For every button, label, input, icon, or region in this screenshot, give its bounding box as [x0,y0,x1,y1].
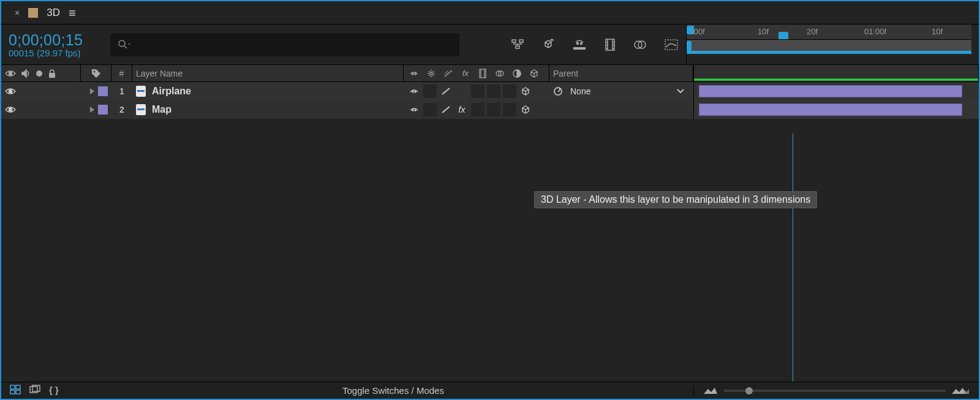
svg-point-25 [415,74,416,75]
graph-editor-icon[interactable] [664,39,679,51]
collapse-switch-header-icon [424,67,438,80]
brackets-icon[interactable]: { } [49,385,59,396]
zoom-in-icon[interactable] [952,386,969,396]
fx-switch[interactable] [455,85,469,98]
svg-rect-4 [516,46,519,48]
pickwhip-icon[interactable] [553,86,563,96]
3d-layer-header-icon [527,67,541,80]
zoom-handle[interactable] [745,387,753,394]
shy-switch[interactable] [407,85,421,98]
svg-point-0 [119,40,125,47]
motion-blur-header-icon [493,67,507,80]
layer-duration-bar[interactable] [699,104,962,116]
work-area-start[interactable] [687,41,692,51]
visibility-toggle[interactable] [5,105,16,114]
svg-point-41 [415,110,416,111]
audio-column-icon[interactable] [21,69,31,78]
svg-rect-45 [10,390,15,394]
svg-point-26 [430,72,432,75]
layer-row[interactable]: 2 Map fx [1,100,979,119]
frame-blend-switch[interactable] [471,103,484,116]
svg-point-23 [93,70,95,72]
layer-search-input[interactable] [110,33,459,56]
svg-line-42 [442,107,450,113]
quality-switch[interactable] [439,103,453,116]
composition-tab-title[interactable]: 3D [47,7,60,19]
visibility-toggle[interactable] [5,87,16,96]
playhead-line[interactable] [793,134,793,382]
adjustment-layer-header-icon [510,67,524,80]
toggle-switches-modes-button[interactable]: Toggle Switches / Modes [93,385,693,396]
search-icon [118,39,131,50]
svg-rect-7 [573,47,586,50]
collapse-switch[interactable] [423,85,437,98]
svg-line-27 [445,70,452,77]
tooltip: 3D Layer - Allows this layer to be manip… [534,191,817,208]
adjustment-switch[interactable] [503,103,516,116]
close-tab-icon[interactable]: × [15,8,20,18]
layer-duration-bar[interactable] [699,85,962,97]
fx-switch[interactable]: fx [455,103,469,116]
parent-column-header[interactable]: Parent [549,65,693,81]
ruler-tick: :00f [692,27,705,36]
svg-point-20 [9,72,12,75]
motion-blur-switch[interactable] [487,103,500,116]
svg-point-39 [9,108,12,111]
layer-name-column-header[interactable]: Layer Name [132,65,404,81]
lock-column-icon[interactable] [48,69,56,78]
zoom-out-icon[interactable] [704,386,717,396]
solo-column-icon[interactable] [36,70,43,77]
frame-info[interactable]: 00015 (29.97 fps) [9,48,110,58]
index-column-header[interactable]: # [111,65,132,81]
frame-blend-header-icon [476,67,489,80]
cache-bar [694,78,978,81]
adjustment-switch[interactable] [503,85,516,98]
label-column-icon[interactable] [91,68,102,79]
current-time-indicator[interactable] [778,32,788,39]
svg-line-38 [442,88,450,94]
comp-flowchart-icon[interactable] [511,39,524,51]
layer-color-swatch[interactable] [98,105,108,115]
ruler-tick: 01:00f [864,27,886,36]
twirl-icon[interactable] [90,88,94,94]
ruler-tick: 20f [807,27,818,36]
source-file-icon [136,86,146,97]
ruler-tick: 10f [758,27,769,36]
svg-point-40 [412,110,413,111]
svg-rect-19 [665,40,677,50]
layer-color-swatch[interactable] [98,86,108,96]
frame-blend-switch[interactable] [471,85,484,98]
3d-layer-switch[interactable] [519,85,532,98]
svg-rect-2 [512,40,516,42]
timeline-zoom-slider[interactable] [723,390,946,392]
layer-row[interactable]: 1 Airplane None [1,82,979,100]
collapse-switch[interactable] [423,103,437,116]
quality-switch[interactable] [439,85,453,98]
motion-blur-switch[interactable] [487,85,500,98]
svg-point-36 [412,91,413,92]
svg-point-37 [415,91,416,92]
chevron-down-icon[interactable] [676,86,690,96]
quality-switch-header-icon [442,67,455,80]
hide-shy-icon[interactable] [572,39,587,51]
frame-blend-icon[interactable] [604,38,616,51]
svg-rect-43 [10,385,15,389]
toggle-switches-button[interactable] [10,385,21,396]
shy-switch-header-icon [407,67,421,80]
eye-column-icon[interactable] [5,69,16,78]
shy-switch[interactable] [407,103,421,116]
svg-point-6 [581,42,582,44]
twirl-icon[interactable] [90,107,94,113]
motion-blur-icon[interactable] [633,39,647,51]
3d-layer-switch[interactable] [519,103,532,116]
parent-dropdown[interactable]: None [567,86,673,96]
svg-point-5 [577,42,579,44]
render-queue-icon[interactable] [29,385,40,396]
svg-line-1 [124,46,127,48]
composition-color-swatch [28,8,38,18]
layer-name-label[interactable]: Map [152,104,172,115]
layer-name-label[interactable]: Airplane [152,86,191,97]
draft-3d-icon[interactable] [541,38,555,51]
timeline-ruler[interactable]: :00f 10f 20f 01:00f 10f [686,25,971,64]
current-timecode[interactable]: 0;00;00;15 [9,31,110,49]
